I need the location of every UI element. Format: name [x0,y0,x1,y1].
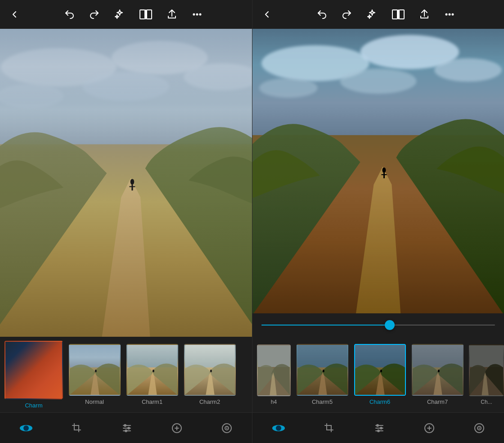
right-panel: h4 [252,0,504,443]
right-slider-area [252,313,504,337]
filter-charm5-label: Charm5 [312,398,333,405]
svg-rect-0 [140,10,145,19]
slider-fill [261,325,390,325]
svg-point-38 [449,14,450,15]
adjust-icon [122,423,132,434]
right-crop-icon [324,423,335,434]
filter-charm6[interactable]: Charm6 [351,342,409,407]
svg-point-3 [194,14,195,15]
details-icon [221,423,232,434]
right-bottom-nav [252,412,504,443]
slider-thumb[interactable] [385,320,395,330]
svg-point-5 [200,14,201,15]
svg-point-37 [446,14,447,15]
filter-charing-label: Ch... [481,399,492,405]
left-nav-crop[interactable] [64,419,90,437]
svg-point-39 [452,14,453,15]
svg-point-33 [226,427,228,429]
left-redo-button[interactable] [87,7,102,22]
right-healing-icon [424,423,435,434]
svg-point-54 [322,370,324,372]
right-photo-svg [252,29,504,313]
svg-rect-35 [399,10,404,19]
left-nav-healing[interactable] [164,419,189,437]
left-toolbar [0,0,252,29]
right-nav-presets[interactable] [265,421,292,435]
left-filter-list: Charm [0,339,240,411]
svg-point-30 [125,430,127,432]
left-undo-button[interactable] [62,7,76,22]
filter-charing[interactable]: Ch... [466,343,504,407]
right-undo-button[interactable] [315,7,329,22]
left-compare-button[interactable] [138,7,154,22]
right-more-button[interactable] [442,7,457,22]
right-details-icon [474,423,485,434]
right-share-button[interactable] [417,7,432,22]
svg-point-24 [210,370,212,372]
filter-normal[interactable]: Normal [66,342,123,407]
filter-charm6-label: Charm6 [369,398,390,405]
left-more-button[interactable] [190,7,204,22]
right-toolbar [252,0,504,29]
svg-point-66 [377,425,378,426]
svg-point-43 [340,68,417,94]
filter-charm7-label: Charm7 [427,398,448,405]
right-photo [252,29,504,313]
left-photo [0,29,252,337]
svg-point-29 [128,427,130,429]
left-nav-details[interactable] [214,419,239,437]
filter-charm1-label: Charm1 [142,398,162,405]
svg-point-4 [197,14,198,15]
right-magic-button[interactable] [365,7,379,22]
filter-charm5[interactable]: Charm5 [293,342,351,407]
svg-rect-1 [147,10,152,19]
left-bottom-nav [0,412,252,443]
svg-point-47 [382,167,386,173]
svg-point-45 [434,58,502,81]
right-nav-healing[interactable] [417,419,442,437]
right-nav-details[interactable] [467,419,492,437]
crop-icon [72,423,82,434]
filter-charm2[interactable]: Charm2 [181,342,238,407]
right-nav-adjust[interactable] [367,419,392,437]
right-filter-strip: h4 [252,337,504,412]
svg-point-60 [437,370,439,372]
filter-charm7[interactable]: Charm7 [409,342,466,407]
filter-charm1[interactable]: Charm1 [123,342,181,407]
svg-point-71 [478,427,480,429]
right-adjust-icon [374,423,385,434]
left-nav-adjust[interactable] [114,419,140,437]
svg-point-67 [380,427,382,429]
left-back-button[interactable] [7,7,22,22]
left-image-area [0,29,252,337]
presets-active-icon [20,425,32,431]
right-redo-button[interactable] [340,7,354,22]
left-panel: Charm [0,0,252,443]
filter-normal-label: Normal [85,398,104,405]
filter-charm-label: Charm [25,402,42,409]
filter-charm2-label: Charm2 [199,398,220,405]
healing-icon [171,423,182,434]
svg-point-13 [130,179,135,185]
right-presets-active-icon [272,425,285,431]
right-image-area [252,29,504,313]
left-magic-button[interactable] [112,7,127,22]
svg-point-68 [378,430,379,432]
svg-point-44 [259,78,318,98]
left-nav-presets[interactable] [13,421,40,435]
svg-point-21 [152,370,154,372]
svg-rect-34 [392,10,397,19]
left-filter-strip: Charm [0,337,252,412]
svg-point-57 [380,370,382,372]
right-filter-list: h4 [252,342,504,407]
right-compare-button[interactable] [390,7,406,22]
filter-charm4-label: h4 [271,399,277,405]
right-nav-crop[interactable] [317,419,342,437]
filter-strength-slider[interactable] [261,325,495,325]
svg-point-28 [124,425,126,426]
filter-charm4[interactable]: h4 [254,343,293,407]
right-back-button[interactable] [260,7,274,22]
left-share-button[interactable] [165,7,179,22]
filter-charm[interactable]: Charm [2,339,66,411]
svg-point-18 [94,370,96,372]
